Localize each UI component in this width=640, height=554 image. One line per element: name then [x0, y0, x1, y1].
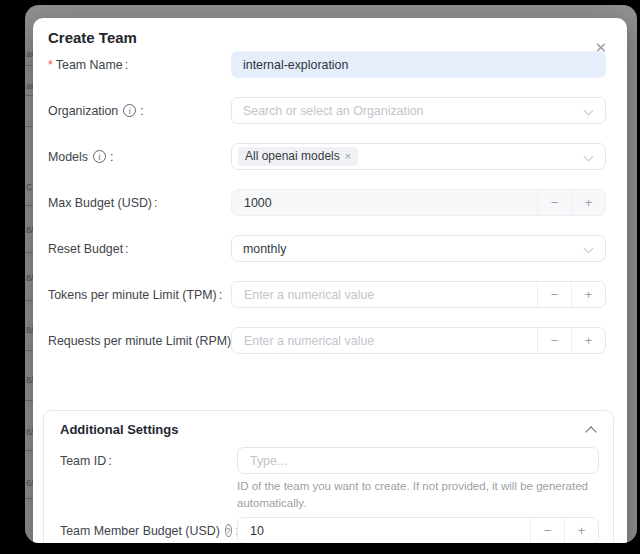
tpm-label: Tokens per minute Limit (TPM) : [48, 288, 231, 302]
team-name-row: * Team Name : [48, 51, 606, 78]
organization-row: Organization i : Search or select an Org… [48, 97, 606, 124]
increment-button[interactable]: + [571, 282, 605, 307]
chevron-down-icon [584, 106, 594, 116]
models-row: Models i : All openai models × [48, 143, 606, 170]
decrement-button[interactable]: − [537, 282, 571, 307]
reset-budget-row: Reset Budget : monthly [48, 235, 606, 262]
team-name-input[interactable] [231, 51, 606, 78]
rpm-label: Requests per minute Limit (RPM) : [48, 334, 231, 348]
question-icon[interactable]: ? [225, 524, 232, 537]
increment-button[interactable]: + [571, 190, 605, 215]
additional-settings-header[interactable]: Additional Settings [60, 421, 599, 437]
team-id-row: Team ID : [60, 447, 599, 474]
label-colon: : [110, 150, 113, 164]
tpm-input[interactable] [232, 282, 537, 307]
model-tag-label: All openai models [245, 149, 340, 164]
models-select[interactable]: All openai models × [231, 143, 606, 170]
team-member-budget-label: Team Member Budget (USD) ? : [60, 524, 237, 538]
models-label: Models i : [48, 150, 231, 164]
additional-settings-title: Additional Settings [60, 422, 178, 437]
rpm-label-text: Requests per minute Limit (RPM) [48, 334, 231, 348]
increment-button[interactable]: + [571, 328, 605, 353]
organization-placeholder: Search or select an Organization [243, 104, 423, 118]
label-colon: : [154, 196, 157, 210]
required-mark: * [48, 58, 53, 72]
minus-icon: − [551, 195, 559, 210]
label-colon: : [140, 104, 143, 118]
reset-budget-label-text: Reset Budget [48, 242, 123, 256]
team-id-label: Team ID : [60, 454, 237, 468]
plus-icon: + [585, 333, 593, 348]
rpm-row: Requests per minute Limit (RPM) : − + [48, 327, 606, 354]
max-budget-label-text: Max Budget (USD) [48, 196, 152, 210]
team-member-budget-stepper: − + [237, 517, 599, 543]
team-member-budget-input[interactable] [238, 518, 530, 543]
label-colon: : [108, 454, 111, 468]
plus-icon: + [585, 195, 593, 210]
label-colon: : [219, 288, 222, 302]
label-colon: : [125, 242, 128, 256]
label-colon: : [125, 58, 128, 72]
team-name-label-text: Team Name [56, 58, 123, 72]
team-member-budget-label-text: Team Member Budget (USD) [60, 524, 220, 538]
max-budget-stepper: − + [231, 189, 606, 216]
tag-remove-icon[interactable]: × [345, 149, 351, 164]
minus-icon: − [551, 333, 559, 348]
max-budget-input[interactable] [232, 190, 537, 215]
tpm-label-text: Tokens per minute Limit (TPM) [48, 288, 217, 302]
reset-budget-value: monthly [243, 242, 286, 256]
create-team-form: * Team Name : Organization i : Search or [48, 51, 606, 543]
additional-settings-card: Additional Settings Team ID : ID of the … [43, 410, 614, 543]
models-label-text: Models [48, 150, 88, 164]
max-budget-label: Max Budget (USD) : [48, 196, 231, 210]
chevron-down-icon [584, 152, 594, 162]
modal-title: Create Team [48, 28, 606, 48]
organization-label: Organization i : [48, 104, 231, 118]
chevron-down-icon [584, 244, 594, 254]
selected-model-tag: All openai models × [238, 147, 358, 166]
decrement-button[interactable]: − [537, 328, 571, 353]
organization-select[interactable]: Search or select an Organization [231, 97, 606, 124]
tpm-row: Tokens per minute Limit (TPM) : − + [48, 281, 606, 308]
tpm-stepper: − + [231, 281, 606, 308]
reset-budget-select[interactable]: monthly [231, 235, 606, 262]
plus-icon: + [578, 523, 586, 538]
minus-icon: − [544, 523, 552, 538]
team-id-label-text: Team ID [60, 454, 106, 468]
reset-budget-label: Reset Budget : [48, 242, 231, 256]
team-id-help-text: ID of the team you want to create. If no… [237, 478, 601, 511]
team-member-budget-row: Team Member Budget (USD) ? : − + [60, 517, 599, 543]
organization-label-text: Organization [48, 104, 118, 118]
rpm-stepper: − + [231, 327, 606, 354]
create-team-modal: Create Team ✕ * Team Name : Organization… [33, 18, 627, 543]
team-name-label: * Team Name : [48, 58, 231, 72]
max-budget-row: Max Budget (USD) : − + [48, 189, 606, 216]
app-window-backdrop: am ar Cr 8/2 8/2 8/2 8/1 8/1 6/1 Create … [25, 5, 637, 543]
rpm-input[interactable] [232, 328, 537, 353]
increment-button[interactable]: + [564, 518, 598, 543]
decrement-button[interactable]: − [530, 518, 564, 543]
chevron-up-icon[interactable] [585, 426, 596, 437]
plus-icon: + [585, 287, 593, 302]
team-id-input[interactable] [237, 447, 599, 474]
decrement-button[interactable]: − [537, 190, 571, 215]
info-icon[interactable]: i [123, 104, 136, 117]
info-icon[interactable]: i [93, 150, 106, 163]
minus-icon: − [551, 287, 559, 302]
